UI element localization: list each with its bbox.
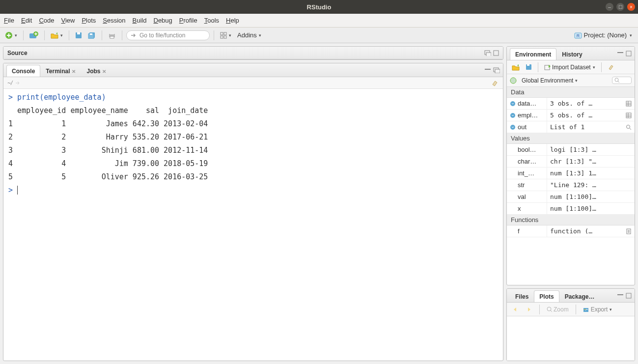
print-button[interactable] [106, 31, 118, 40]
maximize-button[interactable]: ☐ [616, 3, 624, 11]
project-menu[interactable]: R Project: (None) ▾ [571, 30, 635, 40]
r-env-icon [510, 77, 517, 84]
env-row[interactable]: ffunction (… [507, 225, 635, 237]
save-workspace-button[interactable] [524, 63, 534, 71]
svg-rect-37 [617, 294, 623, 295]
expand-icon[interactable] [510, 112, 516, 118]
svg-rect-4 [77, 32, 80, 34]
arrow-right-icon [526, 307, 532, 312]
svg-rect-12 [224, 32, 226, 35]
tab-environment[interactable]: Environment [510, 48, 556, 60]
main-toolbar: ▾ ▾ Go to file/function ▾ Addins ▾ R Pro… [0, 28, 638, 43]
menu-profile[interactable]: Profile [179, 17, 197, 24]
import-icon [544, 64, 551, 70]
chevron-down-icon: ▾ [259, 33, 261, 38]
env-row[interactable]: out List of 1 [507, 121, 635, 133]
menu-edit[interactable]: Edit [21, 17, 32, 24]
minimize-pane-icon[interactable] [617, 293, 624, 299]
chevron-down-icon: ▾ [630, 33, 632, 38]
tab-history[interactable]: History [556, 48, 587, 60]
save-button[interactable] [73, 31, 84, 40]
tab-jobs[interactable]: Jobs✕ [81, 65, 111, 77]
menu-debug[interactable]: Debug [154, 17, 172, 24]
environment-search[interactable] [612, 77, 632, 84]
open-file-button[interactable]: ▾ [49, 30, 65, 40]
environment-scope-dropdown[interactable]: Global Environment ▾ [520, 76, 580, 85]
new-project-button[interactable] [28, 30, 40, 40]
minimize-pane-icon[interactable] [484, 67, 491, 73]
clear-console-icon[interactable] [491, 80, 499, 86]
expand-icon[interactable] [510, 101, 516, 107]
separator [539, 305, 540, 314]
svg-rect-20 [485, 69, 491, 70]
close-button[interactable]: × [627, 3, 635, 11]
tab-terminal[interactable]: Terminal✕ [40, 65, 81, 77]
console-subtoolbar: ~/ [3, 77, 503, 89]
menu-tools[interactable]: Tools [204, 17, 219, 24]
source-pane-title: Source [7, 50, 28, 56]
popout-icon[interactable] [15, 81, 21, 85]
env-row[interactable]: empl… 5 obs. of … [507, 110, 635, 121]
maximize-pane-icon[interactable] [493, 50, 499, 56]
svg-point-29 [615, 78, 618, 82]
save-icon [526, 64, 532, 70]
environment-toolbar: Import Dataset ▾ [507, 60, 635, 74]
menu-code[interactable]: Code [39, 17, 54, 24]
env-row[interactable]: bool…logi [1:3] … [507, 144, 635, 156]
env-row[interactable]: data… 3 obs. of … [507, 98, 635, 110]
export-button[interactable]: Export ▾ [581, 305, 614, 314]
sheet-icon[interactable] [626, 228, 632, 234]
menu-plots[interactable]: Plots [82, 17, 96, 24]
minimize-pane-icon[interactable] [617, 51, 624, 56]
environment-list[interactable]: Data data… 3 obs. of … empl… 5 obs. of …… [507, 87, 635, 285]
new-file-button[interactable]: ▾ [3, 30, 19, 40]
svg-text:R: R [576, 33, 580, 38]
minimize-button[interactable]: – [606, 3, 613, 11]
env-row[interactable]: valnum [1:100]… [507, 191, 635, 203]
load-workspace-button[interactable] [510, 63, 522, 72]
env-row[interactable]: char…chr [1:3] "… [507, 156, 635, 168]
goto-file-function[interactable]: Go to file/function [126, 30, 210, 40]
save-all-button[interactable] [86, 31, 98, 40]
addins-button[interactable]: Addins ▾ [235, 30, 263, 40]
console-output[interactable]: > print(employee_data) employee_id emplo… [3, 89, 503, 361]
print-icon [108, 32, 116, 39]
plot-next-button[interactable] [524, 306, 534, 313]
minimize-pane-icon[interactable] [484, 50, 491, 56]
menu-build[interactable]: Build [133, 17, 147, 24]
svg-point-28 [510, 78, 516, 84]
menu-help[interactable]: Help [226, 17, 239, 24]
menu-session[interactable]: Session [103, 17, 125, 24]
maximize-pane-icon[interactable] [626, 51, 632, 56]
search-icon[interactable] [626, 124, 632, 130]
menu-file[interactable]: File [4, 17, 14, 24]
zoom-button[interactable]: Zoom [545, 305, 571, 314]
separator [576, 305, 576, 314]
maximize-pane-icon[interactable] [626, 293, 632, 299]
svg-point-32 [510, 113, 515, 118]
env-row[interactable]: xnum [1:100]… [507, 203, 635, 215]
env-row[interactable]: int_…num [1:3] 1… [507, 168, 635, 179]
tab-files[interactable]: Files [510, 290, 534, 302]
svg-rect-7 [90, 33, 92, 35]
grid-icon[interactable] [626, 112, 632, 118]
plot-prev-button[interactable] [510, 306, 521, 313]
project-plus-icon [29, 31, 38, 39]
maximize-pane-icon[interactable] [493, 67, 500, 73]
menu-view[interactable]: View [61, 17, 75, 24]
grid-icon[interactable] [626, 101, 632, 107]
tab-plots[interactable]: Plots [534, 290, 559, 302]
expand-icon[interactable] [510, 124, 516, 130]
env-row[interactable]: str"Line 129: … [507, 179, 635, 191]
import-dataset-button[interactable]: Import Dataset ▾ [542, 63, 597, 72]
svg-rect-9 [110, 32, 114, 34]
project-label: Project: (None) [584, 31, 627, 39]
close-icon[interactable]: ✕ [72, 69, 76, 74]
clear-workspace-button[interactable] [606, 63, 616, 71]
tab-console[interactable]: Console [6, 65, 40, 77]
grid-view-button[interactable]: ▾ [218, 31, 233, 40]
goto-arrow-icon [131, 33, 137, 38]
search-icon [614, 78, 620, 83]
close-icon[interactable]: ✕ [102, 69, 106, 74]
tab-packages[interactable]: Package… [559, 290, 600, 302]
